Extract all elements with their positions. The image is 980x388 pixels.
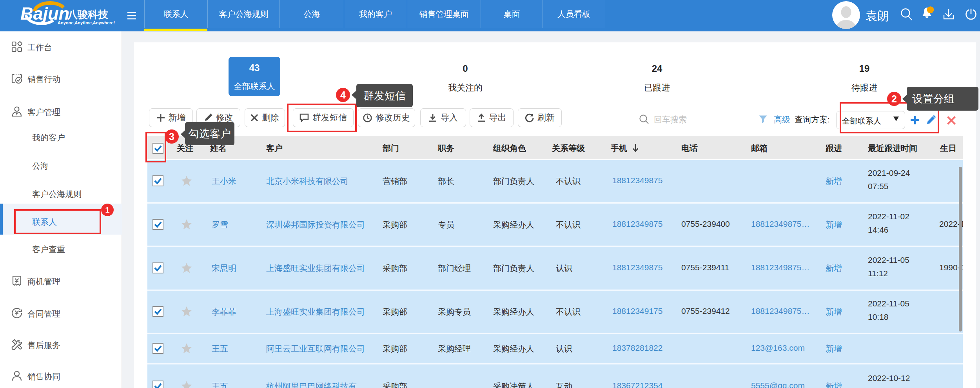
svg-text:Anyone,Anytime,Anywhere!: Anyone,Anytime,Anywhere! xyxy=(58,20,115,25)
svg-text:八骏科技: 八骏科技 xyxy=(67,9,109,20)
